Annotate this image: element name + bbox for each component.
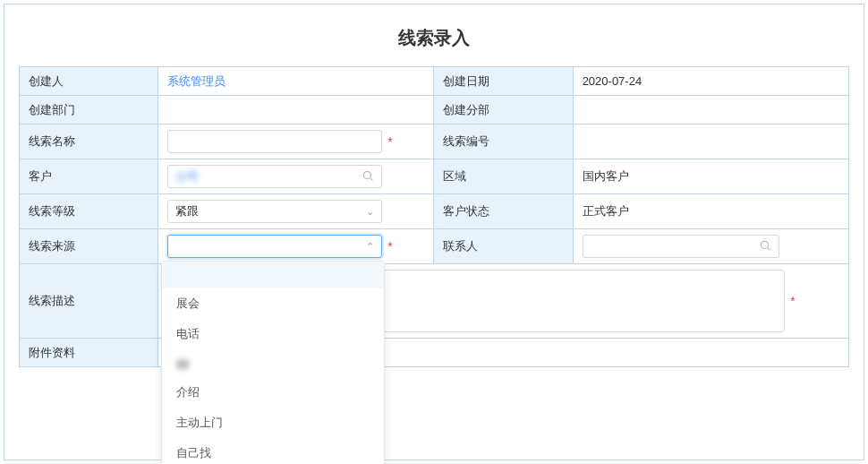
dropdown-option-intro[interactable]: 介绍 — [162, 377, 384, 408]
svg-point-0 — [363, 171, 370, 178]
lead-source-select[interactable]: ⌃ — [167, 235, 382, 258]
svg-line-1 — [370, 177, 373, 180]
required-mark: * — [790, 294, 795, 308]
label-customer: 客户 — [20, 159, 158, 194]
customer-value: 公司 — [175, 168, 199, 185]
svg-line-3 — [767, 247, 770, 250]
contact-input[interactable] — [583, 235, 779, 258]
chevron-up-icon: ⌃ — [366, 241, 374, 253]
dropdown-option-blurred[interactable]: ▮▮ — [162, 349, 384, 377]
required-mark: * — [387, 239, 392, 253]
chevron-down-icon: ⌄ — [366, 206, 374, 218]
value-lead-number — [573, 125, 848, 159]
label-department: 创建部门 — [20, 96, 158, 125]
value-region: 国内客户 — [573, 159, 848, 194]
search-icon[interactable] — [362, 169, 374, 185]
cell-customer: 公司 — [158, 159, 434, 194]
label-create-date: 创建日期 — [434, 67, 573, 96]
value-department — [158, 96, 434, 125]
label-contact: 联系人 — [434, 229, 573, 264]
creator-link[interactable]: 系统管理员 — [167, 74, 226, 88]
svg-point-2 — [761, 241, 768, 248]
cell-lead-source: ⌃ * — [158, 229, 434, 264]
lead-name-input[interactable] — [167, 130, 382, 153]
lead-source-dropdown: 展会 电话 ▮▮ 介绍 主动上门 自己找 — [161, 261, 385, 464]
customer-input[interactable]: 公司 — [167, 165, 382, 188]
dropdown-option-self[interactable]: 自己找 — [162, 438, 384, 464]
label-branch: 创建分部 — [434, 96, 573, 125]
label-lead-number: 线索编号 — [434, 125, 573, 159]
value-create-date: 2020-07-24 — [573, 67, 848, 96]
search-icon[interactable] — [759, 239, 771, 254]
dropdown-option[interactable] — [162, 262, 384, 288]
cell-lead-level: 紧跟 ⌄ — [158, 194, 434, 229]
dropdown-option-exhibition[interactable]: 展会 — [162, 288, 384, 319]
label-lead-name: 线索名称 — [20, 125, 158, 159]
label-lead-source: 线索来源 — [20, 229, 158, 264]
dropdown-option-visit[interactable]: 主动上门 — [162, 408, 384, 438]
cell-lead-name: * — [158, 125, 434, 159]
dropdown-option-phone[interactable]: 电话 — [162, 319, 384, 349]
lead-form-table: 创建人 系统管理员 创建日期 2020-07-24 创建部门 创建分部 线索名称… — [19, 66, 849, 367]
label-customer-status: 客户状态 — [434, 194, 573, 229]
label-lead-level: 线索等级 — [20, 194, 158, 229]
label-region: 区域 — [434, 159, 573, 194]
cell-contact — [573, 229, 848, 264]
value-branch — [573, 96, 848, 125]
value-creator: 系统管理员 — [158, 67, 434, 96]
label-lead-desc: 线索描述 — [20, 264, 158, 339]
page-title: 线索录入 — [4, 4, 864, 66]
label-attachment: 附件资料 — [20, 339, 158, 367]
lead-level-select[interactable]: 紧跟 ⌄ — [167, 200, 382, 223]
required-mark: * — [387, 134, 392, 149]
label-creator: 创建人 — [20, 67, 158, 96]
value-customer-status: 正式客户 — [573, 194, 848, 229]
form-container: 线索录入 创建人 系统管理员 创建日期 2020-07-24 创建部门 创建分部… — [4, 4, 864, 460]
